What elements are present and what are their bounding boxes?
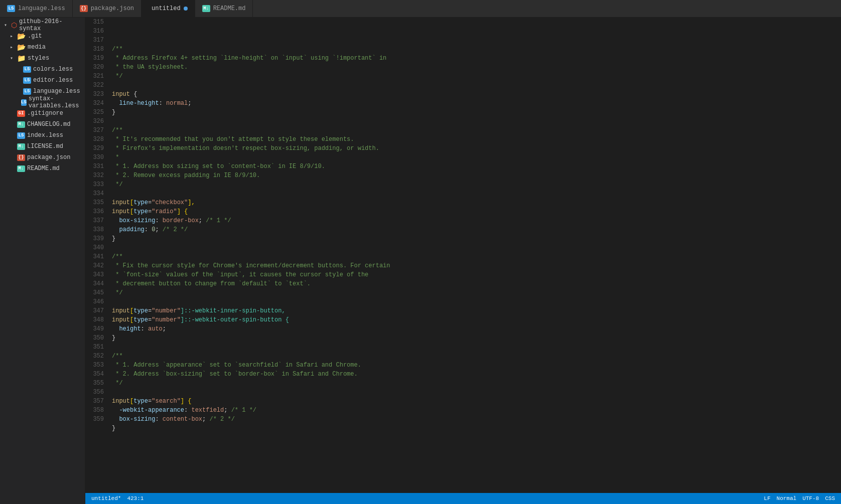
- folder-label: styles: [28, 55, 49, 62]
- code-line: height: auto;: [112, 324, 837, 333]
- file-icon-less: LS: [23, 77, 31, 84]
- sidebar-item-changelog-md[interactable]: M↓CHANGELOG.md: [0, 119, 85, 130]
- tab-untitled[interactable]: untitled: [142, 0, 195, 17]
- code-token: type: [133, 208, 148, 215]
- file-icon-less: LS: [23, 66, 31, 73]
- line-number: 317: [89, 36, 104, 45]
- code-token: input: [112, 208, 130, 215]
- code-token: ]::-webkit-outer-spin-button {: [181, 316, 289, 323]
- sidebar-item-colors-less[interactable]: LScolors.less: [0, 64, 85, 75]
- line-number: 339: [89, 234, 104, 243]
- line-number: 355: [89, 379, 104, 388]
- line-number: 320: [89, 63, 104, 72]
- status-encoding: UTF-8: [802, 495, 819, 501]
- code-token: box-sizing: [112, 217, 155, 224]
- code-line: /**: [112, 45, 837, 54]
- code-line: padding: 0; /* 2 */: [112, 225, 837, 234]
- file-label: README.md: [27, 165, 60, 172]
- code-line: */: [112, 72, 837, 81]
- line-number: 331: [89, 162, 104, 171]
- code-line: * `font-size` values of the `input`, it …: [112, 270, 837, 279]
- sidebar-item-git[interactable]: ▸📂.git: [0, 31, 85, 42]
- code-line: input[type="checkbox"],: [112, 198, 837, 207]
- sidebar-item-styles[interactable]: ▾📁styles: [0, 53, 85, 64]
- line-number: 323: [89, 90, 104, 99]
- code-token: ]::-webkit-inner-spin-button,: [181, 307, 286, 314]
- file-icon-md: M↓: [17, 165, 25, 172]
- code-line: [112, 36, 837, 45]
- sidebar-item-readme-md[interactable]: M↓README.md: [0, 163, 85, 174]
- code-token: -webkit-appearance: [112, 407, 184, 414]
- tab-modified-dot: [184, 7, 188, 11]
- sidebar-item-syntax-variables-less[interactable]: LSsyntax-variables.less: [0, 97, 85, 108]
- sidebar-item-package-json[interactable]: {}package.json: [0, 152, 85, 163]
- sidebar-item-editor-less[interactable]: LSeditor.less: [0, 75, 85, 86]
- code-line: * 1. Address `appearance` set to `search…: [112, 361, 837, 370]
- code-token: :: [184, 407, 191, 414]
- code-line: box-sizing: content-box; /* 2 */: [112, 415, 837, 424]
- file-label: syntax-variables.less: [29, 95, 81, 109]
- code-token: "radio": [152, 208, 177, 215]
- code-content[interactable]: /** * Address Firefox 4+ setting `line-h…: [108, 18, 841, 493]
- line-number: 332: [89, 171, 104, 180]
- code-token: :: [145, 226, 152, 233]
- code-line: [112, 297, 837, 306]
- code-line: [112, 433, 837, 442]
- code-line: [112, 388, 837, 397]
- code-token: }: [112, 109, 115, 116]
- code-token: {: [130, 91, 137, 98]
- code-token: ;: [188, 100, 191, 107]
- code-token: /**: [112, 127, 123, 134]
- tab-icon-readme-md: M↓: [202, 5, 210, 12]
- line-number: 325: [89, 108, 104, 117]
- line-number: 319: [89, 54, 104, 63]
- sidebar-item-media[interactable]: ▸📂media: [0, 42, 85, 53]
- code-token: * 2. Remove excess padding in IE 8/9/10.: [112, 172, 260, 179]
- code-token: */: [112, 289, 123, 296]
- code-token: "search": [152, 398, 181, 405]
- tab-icon-package-json: {}: [80, 5, 88, 12]
- code-token: "number": [152, 316, 181, 323]
- line-number: 356: [89, 388, 104, 397]
- tab-label-language-less: language.less: [18, 5, 65, 12]
- sidebar-item-gitignore[interactable]: GI.gitignore: [0, 108, 85, 119]
- tab-package-json[interactable]: {}package.json: [73, 0, 142, 17]
- code-line: [112, 189, 837, 198]
- file-label: LICENSE.md: [27, 143, 63, 150]
- code-token: "number": [152, 307, 181, 314]
- line-number: 354: [89, 370, 104, 379]
- code-line: }: [112, 424, 837, 433]
- file-icon-less: LS: [17, 132, 25, 139]
- code-token: type: [133, 316, 148, 323]
- code-token: * decrement button to change from `defau…: [112, 280, 311, 287]
- code-token: content-box: [163, 416, 202, 423]
- status-language: CSS: [825, 495, 835, 501]
- status-right: LF Normal UTF-8 CSS: [764, 495, 835, 501]
- code-line: * Firefox's implementation doesn't respe…: [112, 144, 837, 153]
- code-line: input {: [112, 90, 837, 99]
- sidebar-item-index-less[interactable]: LSindex.less: [0, 130, 85, 141]
- sidebar-root[interactable]: ▾⬡github-2016-syntax: [0, 20, 85, 31]
- line-number: 340: [89, 243, 104, 252]
- code-container[interactable]: 3153163173183193203213223233243253263273…: [85, 18, 841, 493]
- tab-language-less[interactable]: LSlanguage.less: [0, 0, 73, 17]
- code-line: input[type="radio"] {: [112, 207, 837, 216]
- code-token: ;: [224, 407, 231, 414]
- code-token: padding: [112, 226, 145, 233]
- code-token: input: [112, 307, 130, 314]
- line-number: 327: [89, 126, 104, 135]
- code-token: :: [155, 416, 162, 423]
- code-line: */: [112, 180, 837, 189]
- code-line: * decrement button to change from `defau…: [112, 279, 837, 288]
- code-token: input: [112, 91, 130, 98]
- folder-label: media: [28, 44, 46, 51]
- code-token: ;: [163, 325, 166, 332]
- file-label: index.less: [27, 132, 63, 139]
- code-token: box-sizing: [112, 416, 155, 423]
- line-number: 329: [89, 144, 104, 153]
- tab-bar: LSlanguage.less{}package.jsonuntitledM↓R…: [0, 0, 841, 18]
- folder-arrow-icon: ▸: [10, 44, 17, 50]
- tab-readme-md[interactable]: M↓README.md: [195, 0, 253, 17]
- sidebar-item-license-md[interactable]: M↓LICENSE.md: [0, 141, 85, 152]
- line-number: 350: [89, 333, 104, 343]
